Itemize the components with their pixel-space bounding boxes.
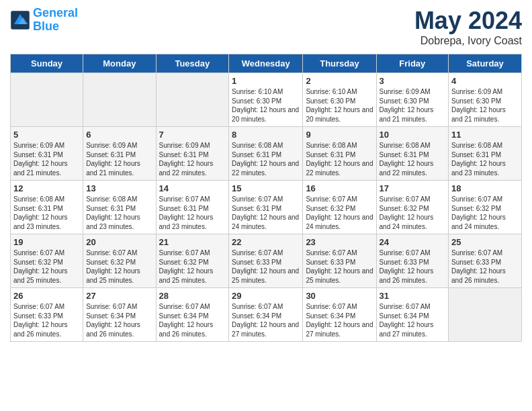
day-info: Sunrise: 6:08 AMSunset: 6:31 PMDaylight:… xyxy=(380,141,446,177)
day-number: 21 xyxy=(159,237,226,247)
day-number: 23 xyxy=(306,237,373,247)
day-number: 15 xyxy=(232,183,300,193)
calendar-cell: 6Sunrise: 6:09 AMSunset: 6:31 PMDaylight… xyxy=(83,127,156,181)
weekday-header-saturday: Saturday xyxy=(449,54,522,73)
calendar-cell: 9Sunrise: 6:08 AMSunset: 6:31 PMDaylight… xyxy=(303,127,376,181)
calendar-cell: 5Sunrise: 6:09 AMSunset: 6:31 PMDaylight… xyxy=(11,127,83,181)
calendar-cell: 13Sunrise: 6:08 AMSunset: 6:31 PMDayligh… xyxy=(83,181,156,234)
title-block: May 2024 Dobrepa, Ivory Coast xyxy=(414,7,522,47)
day-number: 22 xyxy=(232,237,300,247)
day-number: 31 xyxy=(380,291,446,301)
calendar-cell xyxy=(156,73,229,127)
calendar-cell: 14Sunrise: 6:07 AMSunset: 6:31 PMDayligh… xyxy=(156,181,229,234)
day-number: 18 xyxy=(451,183,519,193)
calendar-cell: 12Sunrise: 6:08 AMSunset: 6:31 PMDayligh… xyxy=(11,181,83,234)
day-info: Sunrise: 6:07 AMSunset: 6:33 PMDaylight:… xyxy=(232,248,300,285)
day-info: Sunrise: 6:07 AMSunset: 6:33 PMDaylight:… xyxy=(380,248,446,285)
day-info: Sunrise: 6:07 AMSunset: 6:34 PMDaylight:… xyxy=(306,302,373,338)
day-number: 7 xyxy=(159,130,226,140)
calendar-cell: 15Sunrise: 6:07 AMSunset: 6:31 PMDayligh… xyxy=(229,181,303,234)
weekday-header-monday: Monday xyxy=(83,54,156,73)
day-number: 6 xyxy=(86,130,152,140)
day-info: Sunrise: 6:07 AMSunset: 6:31 PMDaylight:… xyxy=(159,195,226,231)
day-info: Sunrise: 6:08 AMSunset: 6:31 PMDaylight:… xyxy=(306,141,373,177)
calendar-cell: 22Sunrise: 6:07 AMSunset: 6:33 PMDayligh… xyxy=(229,234,303,288)
calendar-week-4: 19Sunrise: 6:07 AMSunset: 6:32 PMDayligh… xyxy=(11,234,522,288)
day-info: Sunrise: 6:10 AMSunset: 6:30 PMDaylight:… xyxy=(232,87,300,124)
logo: General Blue xyxy=(10,7,78,34)
day-number: 13 xyxy=(86,183,152,193)
calendar-cell: 26Sunrise: 6:07 AMSunset: 6:33 PMDayligh… xyxy=(11,288,83,342)
day-number: 9 xyxy=(306,130,373,140)
calendar-cell: 2Sunrise: 6:10 AMSunset: 6:30 PMDaylight… xyxy=(303,73,376,127)
calendar-cell: 17Sunrise: 6:07 AMSunset: 6:32 PMDayligh… xyxy=(376,181,449,234)
calendar-cell: 20Sunrise: 6:07 AMSunset: 6:32 PMDayligh… xyxy=(83,234,156,288)
calendar-cell: 30Sunrise: 6:07 AMSunset: 6:34 PMDayligh… xyxy=(303,288,376,342)
calendar-cell: 21Sunrise: 6:07 AMSunset: 6:32 PMDayligh… xyxy=(156,234,229,288)
calendar-cell: 27Sunrise: 6:07 AMSunset: 6:34 PMDayligh… xyxy=(83,288,156,342)
day-number: 19 xyxy=(13,237,80,247)
logo-text: General Blue xyxy=(33,7,78,34)
calendar-cell: 8Sunrise: 6:08 AMSunset: 6:31 PMDaylight… xyxy=(229,127,303,181)
day-info: Sunrise: 6:07 AMSunset: 6:33 PMDaylight:… xyxy=(451,248,519,285)
day-info: Sunrise: 6:07 AMSunset: 6:31 PMDaylight:… xyxy=(232,195,300,231)
day-info: Sunrise: 6:09 AMSunset: 6:31 PMDaylight:… xyxy=(13,141,80,177)
day-number: 30 xyxy=(306,291,373,301)
calendar-cell xyxy=(83,73,156,127)
day-info: Sunrise: 6:07 AMSunset: 6:32 PMDaylight:… xyxy=(86,248,152,285)
calendar-cell: 4Sunrise: 6:09 AMSunset: 6:30 PMDaylight… xyxy=(449,73,522,127)
calendar-cell xyxy=(11,73,83,127)
day-info: Sunrise: 6:07 AMSunset: 6:33 PMDaylight:… xyxy=(306,248,373,285)
logo-icon xyxy=(10,10,30,30)
calendar-cell: 23Sunrise: 6:07 AMSunset: 6:33 PMDayligh… xyxy=(303,234,376,288)
day-number: 12 xyxy=(13,183,80,193)
weekday-header-friday: Friday xyxy=(376,54,449,73)
day-number: 17 xyxy=(380,183,446,193)
day-number: 11 xyxy=(451,130,519,140)
day-info: Sunrise: 6:08 AMSunset: 6:31 PMDaylight:… xyxy=(86,195,152,231)
day-number: 14 xyxy=(159,183,226,193)
day-info: Sunrise: 6:07 AMSunset: 6:32 PMDaylight:… xyxy=(13,248,80,285)
day-number: 8 xyxy=(232,130,300,140)
day-number: 27 xyxy=(86,291,152,301)
calendar-week-2: 5Sunrise: 6:09 AMSunset: 6:31 PMDaylight… xyxy=(11,127,522,181)
day-number: 29 xyxy=(232,291,300,301)
calendar-cell: 31Sunrise: 6:07 AMSunset: 6:34 PMDayligh… xyxy=(376,288,449,342)
weekday-header-thursday: Thursday xyxy=(303,54,376,73)
day-number: 10 xyxy=(380,130,446,140)
calendar-cell: 25Sunrise: 6:07 AMSunset: 6:33 PMDayligh… xyxy=(449,234,522,288)
day-info: Sunrise: 6:07 AMSunset: 6:34 PMDaylight:… xyxy=(159,302,226,338)
calendar-cell: 29Sunrise: 6:07 AMSunset: 6:34 PMDayligh… xyxy=(229,288,303,342)
weekday-header-row: SundayMondayTuesdayWednesdayThursdayFrid… xyxy=(11,54,522,73)
weekday-header-sunday: Sunday xyxy=(11,54,83,73)
day-number: 5 xyxy=(13,130,80,140)
day-info: Sunrise: 6:07 AMSunset: 6:34 PMDaylight:… xyxy=(380,302,446,338)
day-info: Sunrise: 6:07 AMSunset: 6:32 PMDaylight:… xyxy=(159,248,226,285)
day-number: 2 xyxy=(306,76,373,86)
calendar-week-5: 26Sunrise: 6:07 AMSunset: 6:33 PMDayligh… xyxy=(11,288,522,342)
day-info: Sunrise: 6:07 AMSunset: 6:33 PMDaylight:… xyxy=(13,302,80,338)
day-number: 4 xyxy=(451,76,519,86)
calendar-cell xyxy=(449,288,522,342)
month-title: May 2024 xyxy=(414,7,522,35)
calendar-cell: 16Sunrise: 6:07 AMSunset: 6:32 PMDayligh… xyxy=(303,181,376,234)
day-info: Sunrise: 6:07 AMSunset: 6:32 PMDaylight:… xyxy=(306,195,373,231)
day-number: 1 xyxy=(232,76,300,86)
calendar-week-1: 1Sunrise: 6:10 AMSunset: 6:30 PMDaylight… xyxy=(11,73,522,127)
day-info: Sunrise: 6:09 AMSunset: 6:31 PMDaylight:… xyxy=(159,141,226,177)
day-number: 28 xyxy=(159,291,226,301)
day-info: Sunrise: 6:07 AMSunset: 6:34 PMDaylight:… xyxy=(232,302,300,338)
day-info: Sunrise: 6:10 AMSunset: 6:30 PMDaylight:… xyxy=(306,87,373,124)
calendar-cell: 18Sunrise: 6:07 AMSunset: 6:32 PMDayligh… xyxy=(449,181,522,234)
calendar-cell: 1Sunrise: 6:10 AMSunset: 6:30 PMDaylight… xyxy=(229,73,303,127)
day-info: Sunrise: 6:08 AMSunset: 6:31 PMDaylight:… xyxy=(451,141,519,177)
day-info: Sunrise: 6:08 AMSunset: 6:31 PMDaylight:… xyxy=(13,195,80,231)
calendar-cell: 11Sunrise: 6:08 AMSunset: 6:31 PMDayligh… xyxy=(449,127,522,181)
calendar-cell: 3Sunrise: 6:09 AMSunset: 6:30 PMDaylight… xyxy=(376,73,449,127)
weekday-header-tuesday: Tuesday xyxy=(156,54,229,73)
day-info: Sunrise: 6:08 AMSunset: 6:31 PMDaylight:… xyxy=(232,141,300,177)
day-info: Sunrise: 6:09 AMSunset: 6:31 PMDaylight:… xyxy=(86,141,152,177)
day-info: Sunrise: 6:07 AMSunset: 6:32 PMDaylight:… xyxy=(380,195,446,231)
day-number: 25 xyxy=(451,237,519,247)
calendar-page: General Blue May 2024 Dobrepa, Ivory Coa… xyxy=(0,0,532,349)
